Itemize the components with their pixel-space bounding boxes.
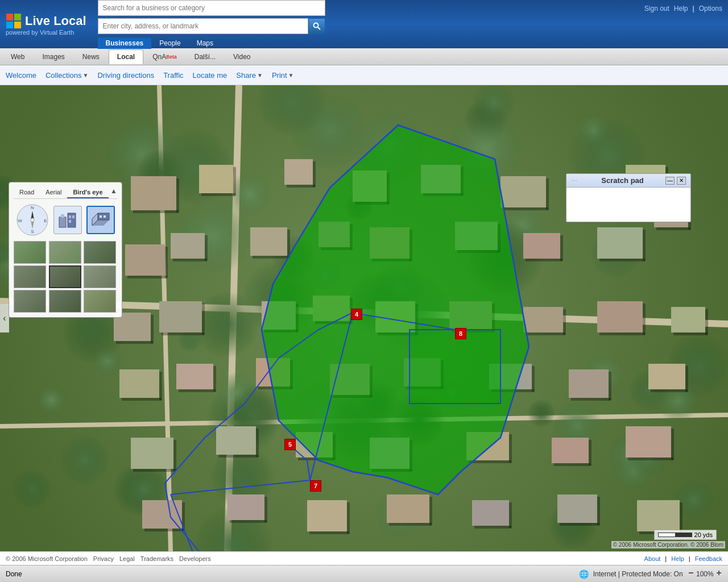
compass-icon[interactable]: N S E W [16, 203, 49, 236]
view-tab-birds-eye[interactable]: Bird's eye [67, 187, 108, 198]
drag-handle-icon: ···· [571, 177, 577, 184]
scale-bar-graphic [658, 533, 692, 537]
print-arrow-icon: ▼ [288, 72, 294, 78]
view-tabs: Road Aerial Bird's eye ▲ [14, 187, 117, 199]
search-tab-maps[interactable]: Maps [189, 38, 221, 49]
nav-tab-dalsi[interactable]: Další... [186, 49, 224, 64]
search-tab-people[interactable]: People [151, 38, 188, 49]
view-tab-aerial[interactable]: Aerial [40, 187, 67, 198]
nav-tab-video[interactable]: Video [225, 49, 259, 64]
footer-developers[interactable]: Developers [179, 555, 211, 562]
buildings-2d-icon [56, 209, 79, 231]
toolbar-traffic[interactable]: Traffic [163, 71, 183, 80]
footer-feedback[interactable]: Feedback [695, 555, 722, 562]
svg-rect-33 [718, 571, 719, 575]
map-container[interactable]: ‹ Road Aerial Bird's eye ▲ N S E W [0, 85, 728, 551]
logo-title: Live Local [6, 13, 86, 29]
map-canvas [0, 85, 728, 551]
view-tab-road[interactable]: Road [14, 187, 40, 198]
footer-left: © 2006 Microsoft Corporation Privacy Leg… [6, 555, 211, 562]
options-link[interactable]: Options [699, 5, 722, 13]
footer-about[interactable]: About [644, 555, 661, 562]
footer-sep1: | [665, 555, 667, 562]
svg-text:N: N [31, 205, 34, 210]
search-tab-businesses[interactable]: Businesses [98, 38, 152, 49]
thumbnail-grid [14, 241, 117, 313]
nav-tab-images[interactable]: Images [34, 49, 73, 64]
nav-tab-news[interactable]: News [74, 49, 108, 64]
thumb-2[interactable] [49, 241, 81, 264]
scratch-pad-close[interactable]: ✕ [677, 177, 686, 185]
thumb-3[interactable] [84, 241, 116, 264]
footer-legal[interactable]: Legal [119, 555, 135, 562]
footer-sep2: | [689, 555, 690, 562]
separator: | [693, 5, 694, 13]
map-scroll-left[interactable]: ‹ [0, 304, 9, 332]
footer-right: About | Help | Feedback [644, 555, 722, 562]
svg-rect-29 [100, 215, 102, 218]
map-marker-5[interactable]: 5 [284, 439, 296, 450]
nav-tab-qna[interactable]: QnABeta [144, 49, 185, 64]
toolbar-print[interactable]: Print ▼ [272, 71, 294, 80]
footer-help[interactable]: Help [671, 555, 684, 562]
thumb-6[interactable] [84, 265, 116, 288]
scratch-pad-body[interactable] [566, 188, 690, 222]
map-marker-4[interactable]: 4 [351, 309, 362, 320]
thumb-9[interactable] [84, 290, 116, 313]
footer: © 2006 Microsoft Corporation Privacy Leg… [0, 551, 728, 565]
search-icon [313, 22, 321, 30]
thumb-7[interactable] [14, 290, 46, 313]
svg-rect-25 [69, 220, 71, 223]
toolbar-welcome[interactable]: Welcome [6, 71, 36, 80]
svg-rect-22 [61, 214, 64, 218]
navigation-panel: Road Aerial Bird's eye ▲ N S E W [9, 182, 122, 318]
nav-tab-local[interactable]: Local [109, 49, 143, 64]
search-tabs: Businesses People Maps [98, 38, 325, 49]
thumb-5-active[interactable] [49, 265, 81, 288]
svg-text:E: E [44, 218, 47, 223]
share-arrow-icon: ▼ [257, 72, 263, 78]
zoom-decrease-icon[interactable] [688, 569, 694, 576]
search-location-input[interactable] [98, 18, 308, 34]
svg-rect-1 [14, 14, 21, 20]
thumb-1[interactable] [14, 241, 46, 264]
search-button[interactable] [308, 18, 325, 34]
svg-line-5 [318, 27, 320, 30]
view-icon-3d[interactable] [86, 206, 115, 234]
view-panel-collapse[interactable]: ▲ [110, 187, 117, 198]
footer-privacy[interactable]: Privacy [93, 555, 114, 562]
footer-trademarks[interactable]: Trademarks [140, 555, 173, 562]
map-marker-8[interactable]: 8 [455, 328, 466, 339]
signout-area: Sign out Help | Options [644, 5, 722, 13]
zoom-text: 100% [688, 569, 722, 578]
map-copyright: © 2006 Microsoft Corporation. © 2006 Blo… [611, 541, 725, 548]
zoom-increase-icon[interactable] [715, 569, 722, 576]
search-location-row [98, 18, 325, 34]
internet-icon: 🌐 [579, 569, 589, 579]
beta-badge: Beta [166, 54, 177, 60]
svg-rect-24 [72, 215, 75, 218]
nav-tab-web[interactable]: Web [2, 49, 33, 64]
view-icon-2d[interactable] [53, 206, 82, 234]
scratch-pad-minimize[interactable]: — [665, 177, 675, 185]
signout-link[interactable]: Sign out [644, 5, 669, 13]
thumb-8[interactable] [49, 290, 81, 313]
compass-area: N S E W [14, 203, 117, 236]
buildings-3d-icon [89, 209, 112, 231]
status-text: Done [6, 570, 22, 578]
search-business-input[interactable] [98, 0, 325, 16]
map-marker-7[interactable]: 7 [310, 480, 321, 492]
toolbar-locate-me[interactable]: Locate me [193, 71, 228, 80]
search-area: Businesses People Maps [98, 0, 325, 49]
toolbar-driving-directions[interactable]: Driving directions [97, 71, 154, 80]
scratch-pad-header[interactable]: ···· Scratch pad — ✕ [566, 174, 690, 188]
svg-rect-30 [104, 215, 106, 218]
thumb-4[interactable] [14, 265, 46, 288]
help-link[interactable]: Help [674, 5, 688, 13]
status-right: 🌐 Internet | Protected Mode: On 100% [579, 569, 722, 579]
scratch-pad: ···· Scratch pad — ✕ [566, 173, 691, 222]
zoom-level: 100% [696, 570, 714, 578]
toolbar-collections[interactable]: Collections ▼ [46, 71, 89, 80]
toolbar-share[interactable]: Share ▼ [236, 71, 263, 80]
windows-logo-icon [6, 13, 22, 29]
